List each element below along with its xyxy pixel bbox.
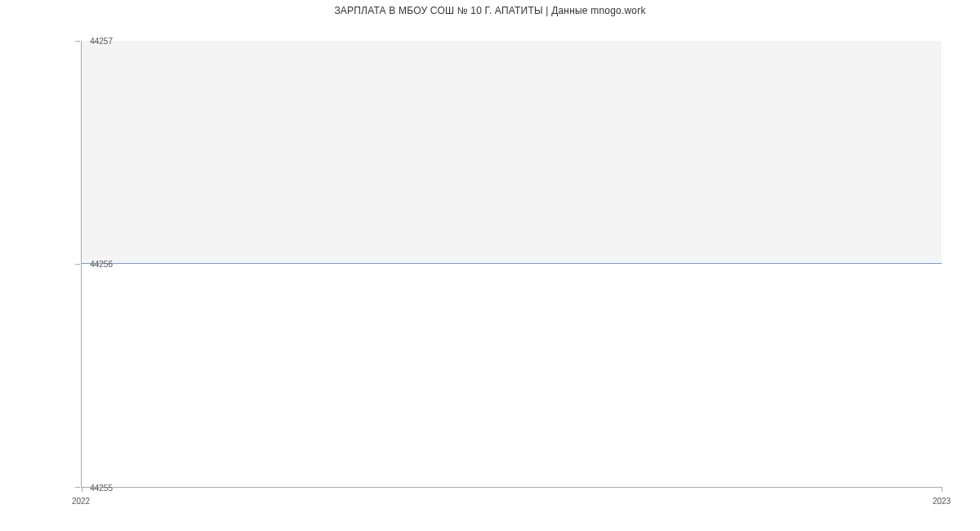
x-tick (82, 487, 82, 492)
plot-area (81, 41, 942, 488)
y-tick (75, 487, 80, 488)
y-tick (75, 41, 80, 42)
y-tick (75, 264, 80, 265)
x-tick-label: 2023 (933, 497, 951, 506)
y-tick-label: 44257 (90, 37, 113, 46)
data-line (82, 263, 942, 264)
y-tick-label: 44256 (90, 260, 113, 269)
grid-band-upper (82, 41, 942, 264)
chart-container (81, 41, 942, 488)
grid-band-lower (82, 264, 942, 487)
chart-title: ЗАРПЛАТА В МБОУ СОШ № 10 Г. АПАТИТЫ | Да… (0, 0, 980, 16)
y-tick-label: 44255 (90, 484, 113, 493)
x-tick-label: 2022 (72, 497, 90, 506)
x-tick (942, 487, 942, 492)
